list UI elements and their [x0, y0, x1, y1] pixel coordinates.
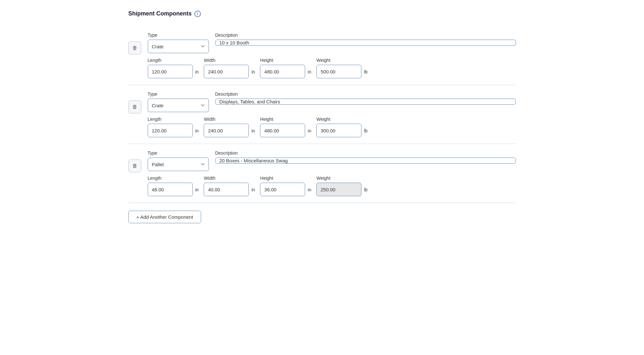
type-field-group: Type CratePalletBoxOther	[148, 33, 209, 53]
dimensions-row: Length in Width in Hei	[148, 58, 516, 78]
length-group: Length in	[148, 117, 199, 137]
weight-group: Weight lb	[316, 117, 368, 137]
info-icon[interactable]: i	[194, 11, 201, 17]
height-input[interactable]	[260, 65, 305, 78]
length-field-group: Length	[148, 58, 193, 78]
weight-group: Weight lb	[316, 176, 368, 196]
width-group: Width in	[204, 117, 255, 137]
add-component-button[interactable]: + Add Another Component	[128, 211, 201, 223]
height-field-group: Height	[260, 58, 305, 78]
dimensions-row: Length in Width in Hei	[148, 117, 516, 137]
height-unit: in	[308, 187, 311, 192]
description-input[interactable]	[215, 158, 516, 164]
weight-field-group: Weight	[316, 58, 361, 78]
add-component-label: + Add Another Component	[136, 214, 193, 220]
width-unit: in	[251, 187, 255, 192]
description-field-group: Description	[215, 33, 516, 46]
type-select[interactable]: CratePalletBoxOther	[148, 99, 209, 112]
height-group: Height in	[260, 176, 311, 196]
section-title: Shipment Components	[128, 10, 192, 17]
width-field-group: Width	[204, 58, 249, 78]
height-unit: in	[308, 69, 311, 74]
height-field-group: Height	[260, 117, 305, 137]
type-label: Type	[148, 150, 209, 156]
length-input[interactable]	[148, 65, 193, 78]
component-fields: Type CratePalletBoxOther Description Len…	[148, 33, 516, 78]
width-field-group: Width	[204, 176, 249, 196]
component-row: 🗑 Type CratePalletBoxOther Description	[128, 85, 516, 144]
width-label: Width	[204, 58, 249, 63]
width-label: Width	[204, 176, 249, 181]
weight-unit: lb	[364, 187, 368, 192]
type-description-row: Type CratePalletBoxOther Description	[148, 150, 516, 171]
type-select[interactable]: CratePalletBoxOther	[148, 158, 209, 171]
description-input[interactable]	[215, 40, 516, 46]
delete-component-button[interactable]: 🗑	[128, 159, 141, 172]
width-field-group: Width	[204, 117, 249, 137]
length-unit: in	[195, 187, 199, 192]
type-description-row: Type CratePalletBoxOther Description	[148, 33, 516, 53]
width-unit: in	[251, 69, 255, 74]
height-input[interactable]	[260, 124, 305, 137]
trash-icon: 🗑	[132, 163, 137, 169]
length-group: Length in	[148, 58, 199, 78]
weight-input[interactable]	[316, 124, 361, 137]
weight-input[interactable]	[316, 183, 361, 196]
height-unit: in	[308, 128, 311, 133]
length-unit: in	[195, 69, 199, 74]
height-label: Height	[260, 117, 305, 122]
length-label: Length	[148, 58, 193, 63]
description-field-group: Description	[215, 91, 516, 105]
weight-label: Weight	[316, 58, 361, 63]
type-select[interactable]: CratePalletBoxOther	[148, 40, 209, 53]
delete-component-button[interactable]: 🗑	[128, 42, 141, 54]
component-fields: Type CratePalletBoxOther Description Len…	[148, 150, 516, 196]
length-unit: in	[195, 128, 199, 133]
component-fields: Type CratePalletBoxOther Description Len…	[148, 91, 516, 137]
trash-icon: 🗑	[132, 45, 137, 51]
height-input[interactable]	[260, 183, 305, 196]
weight-group: Weight lb	[316, 58, 368, 78]
length-field-group: Length	[148, 117, 193, 137]
description-label: Description	[215, 91, 516, 97]
components-list: 🗑 Type CratePalletBoxOther Description	[128, 26, 516, 203]
height-group: Height in	[260, 117, 311, 137]
section-header: Shipment Components i	[128, 10, 516, 17]
component-row: 🗑 Type CratePalletBoxOther Description	[128, 26, 516, 85]
weight-label: Weight	[316, 176, 361, 181]
description-label: Description	[215, 150, 516, 156]
length-label: Length	[148, 117, 193, 122]
dimensions-row: Length in Width in Hei	[148, 176, 516, 196]
type-field-group: Type CratePalletBoxOther	[148, 91, 209, 112]
trash-icon: 🗑	[132, 104, 137, 110]
height-group: Height in	[260, 58, 311, 78]
description-label: Description	[215, 33, 516, 38]
width-input[interactable]	[204, 183, 249, 196]
height-label: Height	[260, 58, 305, 63]
description-field-group: Description	[215, 150, 516, 164]
weight-unit: lb	[364, 128, 368, 133]
width-input[interactable]	[204, 65, 249, 78]
delete-component-button[interactable]: 🗑	[128, 101, 141, 113]
width-input[interactable]	[204, 124, 249, 137]
height-field-group: Height	[260, 176, 305, 196]
width-group: Width in	[204, 176, 255, 196]
width-label: Width	[204, 117, 249, 122]
length-label: Length	[148, 176, 193, 181]
type-description-row: Type CratePalletBoxOther Description	[148, 91, 516, 112]
page-container: Shipment Components i 🗑 Type CratePallet…	[113, 0, 531, 234]
description-input[interactable]	[215, 99, 516, 105]
component-row: 🗑 Type CratePalletBoxOther Description	[128, 144, 516, 203]
weight-input[interactable]	[316, 65, 361, 78]
weight-field-group: Weight	[316, 117, 361, 137]
type-label: Type	[148, 33, 209, 38]
weight-field-group: Weight	[316, 176, 361, 196]
weight-label: Weight	[316, 117, 361, 122]
length-field-group: Length	[148, 176, 193, 196]
length-input[interactable]	[148, 183, 193, 196]
type-field-group: Type CratePalletBoxOther	[148, 150, 209, 171]
type-label: Type	[148, 91, 209, 97]
weight-unit: lb	[364, 69, 368, 74]
width-unit: in	[251, 128, 255, 133]
length-input[interactable]	[148, 124, 193, 137]
